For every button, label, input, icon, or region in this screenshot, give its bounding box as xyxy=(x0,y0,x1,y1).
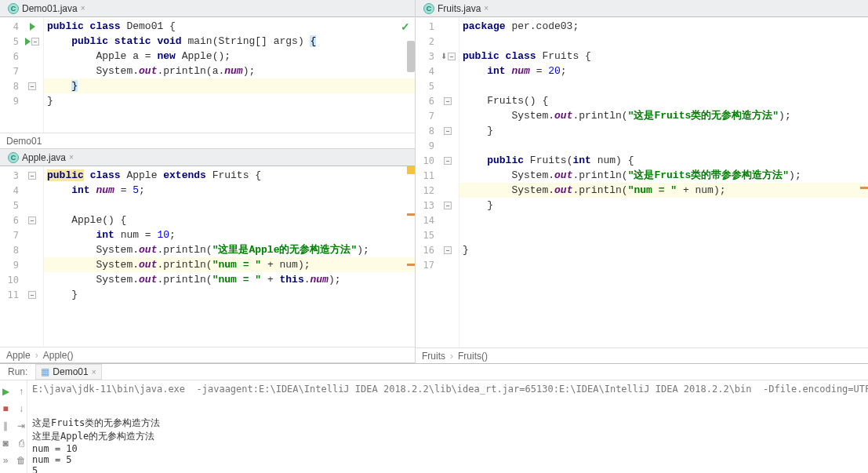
tab-fruits[interactable]: C Fruits.java × xyxy=(419,2,493,16)
gutter[interactable]: 34567891011 xyxy=(0,166,44,347)
gutter[interactable]: 456789 xyxy=(0,17,44,133)
code-line[interactable]: package per.code03; xyxy=(459,19,868,34)
breadcrumb-item[interactable]: Apple xyxy=(6,350,31,361)
line-number[interactable]: 6 xyxy=(0,51,22,62)
code-area[interactable]: public class Demo01 { public static void… xyxy=(44,17,415,133)
run-config-tab[interactable]: ▦ Demo01 × xyxy=(35,364,101,380)
code-area[interactable]: package per.code03;public class Fruits {… xyxy=(459,17,868,347)
line-number[interactable]: 7 xyxy=(0,66,22,77)
code-line[interactable] xyxy=(459,34,868,49)
line-number[interactable]: 11 xyxy=(416,170,438,181)
fold-icon[interactable] xyxy=(444,127,452,135)
gutter[interactable]: 123⬇4567891011121314151617 xyxy=(416,17,459,347)
export-icon[interactable]: ⇥ xyxy=(16,420,27,431)
error-stripe-mark[interactable] xyxy=(860,187,868,189)
line-number[interactable]: 2 xyxy=(416,36,438,47)
line-number[interactable]: 14 xyxy=(416,215,438,226)
error-stripe-mark[interactable] xyxy=(407,213,415,216)
line-number[interactable]: 7 xyxy=(416,111,438,122)
fold-icon[interactable] xyxy=(444,157,452,165)
line-number[interactable]: 3 xyxy=(0,170,22,181)
line-number[interactable]: 9 xyxy=(0,96,22,107)
line-number[interactable]: 17 xyxy=(416,260,438,271)
code-line[interactable] xyxy=(44,198,415,213)
code-line[interactable]: } xyxy=(459,242,868,257)
line-number[interactable]: 12 xyxy=(416,185,438,196)
line-number[interactable]: 6 xyxy=(416,96,438,107)
fold-icon[interactable] xyxy=(444,202,452,209)
run-gutter-icon[interactable] xyxy=(25,38,31,45)
line-number[interactable]: 8 xyxy=(416,126,438,136)
fold-icon[interactable] xyxy=(444,246,452,254)
code-line[interactable]: int num = 10; xyxy=(44,227,415,242)
print-icon[interactable]: ⎙ xyxy=(16,438,27,449)
close-icon[interactable]: × xyxy=(484,4,488,13)
line-number[interactable]: 4 xyxy=(416,66,438,77)
code-line[interactable]: public Fruits(int num) { xyxy=(459,153,868,168)
line-number[interactable]: 11 xyxy=(0,289,22,300)
breadcrumb-item[interactable]: Fruits xyxy=(422,351,445,362)
fold-icon[interactable] xyxy=(444,97,452,105)
line-number[interactable]: 5 xyxy=(0,36,22,47)
code-line[interactable] xyxy=(459,227,868,242)
code-line[interactable]: System.out.println("这是Fruits类的带参参构造方法"); xyxy=(459,168,868,183)
line-number[interactable]: 9 xyxy=(416,140,438,151)
breadcrumb-item[interactable]: Apple() xyxy=(43,350,74,361)
code-line[interactable]: int num = 5; xyxy=(44,183,415,198)
fold-icon[interactable] xyxy=(31,38,39,45)
rerun-icon[interactable]: ▶ xyxy=(0,386,11,397)
code-line[interactable]: Apple a = new Apple(); xyxy=(44,49,415,64)
camera-icon[interactable]: ◙ xyxy=(0,438,11,449)
code-line[interactable]: System.out.println("num = " + num); xyxy=(44,257,415,272)
up-icon[interactable]: ↑ xyxy=(16,386,27,397)
line-number[interactable]: 10 xyxy=(0,275,22,286)
trash-icon[interactable]: 🗑 xyxy=(16,455,27,466)
code-line[interactable] xyxy=(459,138,868,153)
close-icon[interactable]: × xyxy=(92,368,96,377)
fold-icon[interactable] xyxy=(28,216,36,224)
down-icon[interactable]: ↓ xyxy=(16,403,27,414)
line-number[interactable]: 3 xyxy=(416,51,438,62)
breadcrumb[interactable]: Apple › Apple() xyxy=(0,347,415,362)
breadcrumb-item[interactable]: Fruits() xyxy=(458,351,488,362)
line-number[interactable]: 7 xyxy=(0,230,22,241)
line-number[interactable]: 8 xyxy=(0,81,22,92)
code-line[interactable]: public class Fruits { xyxy=(459,49,868,64)
code-line[interactable]: System.out.println("这是Fruits类的无参构造方法"); xyxy=(459,108,868,123)
code-view[interactable]: 456789 public class Demo01 { public stat… xyxy=(0,17,415,133)
override-icon[interactable]: ⬇ xyxy=(441,52,447,60)
scrollbar[interactable] xyxy=(405,17,415,133)
line-number[interactable]: 5 xyxy=(0,200,22,211)
code-line[interactable]: } xyxy=(44,78,415,93)
code-line[interactable]: Apple() { xyxy=(44,213,415,227)
code-line[interactable]: System.out.println(a.num); xyxy=(44,64,415,78)
code-line[interactable] xyxy=(459,257,868,272)
tab-apple[interactable]: C Apple.java × xyxy=(3,151,78,165)
line-number[interactable]: 16 xyxy=(416,245,438,256)
breadcrumb[interactable]: Demo01 xyxy=(0,133,415,148)
code-view[interactable]: 123⬇4567891011121314151617 package per.c… xyxy=(416,17,868,347)
code-line[interactable] xyxy=(459,78,868,93)
fold-icon[interactable] xyxy=(448,53,456,60)
line-number[interactable]: 13 xyxy=(416,200,438,211)
breadcrumb[interactable]: Fruits › Fruits() xyxy=(416,347,868,363)
stop-icon[interactable]: ■ xyxy=(0,403,11,414)
code-line[interactable]: } xyxy=(459,123,868,138)
line-number[interactable]: 8 xyxy=(0,245,22,256)
close-icon[interactable]: × xyxy=(69,153,74,162)
tab-demo01[interactable]: C Demo01.java × xyxy=(3,2,90,16)
run-gutter-icon[interactable] xyxy=(30,23,35,31)
pause-icon[interactable]: ∥ xyxy=(0,420,11,431)
code-line[interactable]: int num = 20; xyxy=(459,64,868,78)
line-number[interactable]: 4 xyxy=(0,185,22,196)
code-line[interactable]: public class Apple extends Fruits { xyxy=(44,168,415,183)
code-line[interactable]: System.out.println("num = " + this.num); xyxy=(44,272,415,287)
line-number[interactable]: 10 xyxy=(416,155,438,166)
line-number[interactable]: 4 xyxy=(0,21,22,32)
breadcrumb-item[interactable]: Demo01 xyxy=(6,136,42,147)
code-line[interactable]: System.out.println("num = " + num); xyxy=(459,183,868,198)
error-stripe-mark[interactable] xyxy=(407,264,415,266)
line-number[interactable]: 5 xyxy=(416,81,438,92)
line-number[interactable]: 9 xyxy=(0,260,22,271)
line-number[interactable]: 15 xyxy=(416,230,438,241)
